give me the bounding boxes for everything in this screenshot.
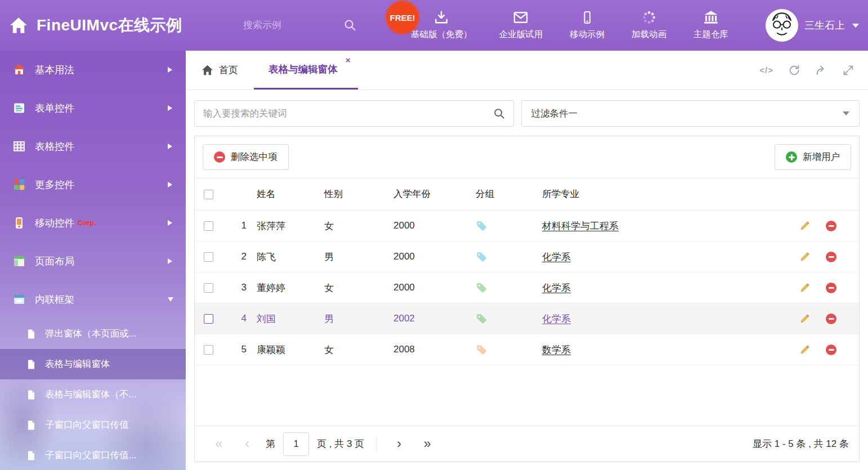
chevron-right-icon [168,258,172,264]
minus-circle-icon [214,151,225,163]
edit-icon[interactable] [799,344,810,355]
filter-dropdown[interactable]: 过滤条件一 [521,100,860,127]
sidebar-item-form-controls[interactable]: 表单控件 [0,89,186,127]
close-icon[interactable]: × [346,56,351,64]
row-checkbox[interactable] [204,221,213,231]
column-year[interactable]: 入学年份 [393,188,476,200]
row-checkbox[interactable] [204,252,213,262]
file-icon [26,359,37,370]
cell-year: 2008 [393,344,476,355]
sidebar-subitem-grid-edit-window[interactable]: 表格与编辑窗体 [0,349,186,379]
row-checkbox[interactable] [204,283,213,293]
keyword-search-box [194,100,514,127]
cell-name: 康颖颖 [257,343,324,356]
row-checkbox[interactable] [204,314,213,324]
chevron-down-icon [843,111,849,115]
edit-icon[interactable] [799,221,810,231]
sidebar-item-label: 更多控件 [35,178,74,191]
cell-year: 2002 [393,313,476,324]
mobile-icon [580,10,594,25]
column-major[interactable]: 所学专业 [542,188,793,200]
search-icon[interactable] [493,108,505,122]
nav-enterprise-trial[interactable]: 企业版试用 [499,10,543,41]
tab-home[interactable]: 首页 [186,51,254,89]
next-page-button[interactable]: › [385,436,413,451]
nav-basic-free[interactable]: 基础版（免费） [411,10,472,41]
keyword-search-input[interactable] [195,101,513,126]
user-menu[interactable]: 三生石上 [766,0,859,51]
add-user-button[interactable]: 新增用户 [775,144,851,170]
tab-grid-edit-window[interactable]: 表格与编辑窗体 × [254,51,358,89]
major-link[interactable]: 数学系 [542,343,571,356]
tag-icon [476,313,487,324]
download-icon [434,10,449,25]
select-all-checkbox[interactable] [204,190,213,199]
view-source-icon[interactable]: </> [759,65,773,75]
header-search-input[interactable] [243,20,328,31]
major-link[interactable]: 化学系 [542,312,571,325]
table-icon [12,140,27,153]
sidebar-item-basic-usage[interactable]: 基本用法 [0,51,186,89]
row-number: 5 [224,344,257,355]
tab-label: 表格与编辑窗体 [269,62,338,76]
page-input[interactable] [283,432,309,456]
nav-loading-animation[interactable]: 加载动画 [632,10,666,41]
nav-mobile-demo[interactable]: 移动示例 [570,10,605,41]
app-logo[interactable]: FineUIMvc在线示例 [9,0,182,51]
column-group[interactable]: 分组 [476,188,542,200]
first-page-button[interactable]: « [205,436,233,451]
username: 三生石上 [804,19,845,32]
search-icon[interactable] [343,19,357,32]
sidebar-subitem-child-to-parent-2[interactable]: 子窗口向父窗口传值... [0,440,186,470]
major-link[interactable]: 化学系 [542,281,571,294]
major-link[interactable]: 化学系 [542,250,571,263]
major-link[interactable]: 材料科学与工程系 [542,220,619,232]
sidebar-item-grid-controls[interactable]: 表格控件 [0,127,186,165]
row-number: 2 [224,251,257,262]
table-row[interactable]: 2 陈飞 男 2000 化学系 [195,241,859,272]
sidebar-subitem-child-to-parent[interactable]: 子窗口向父窗口传值 [0,410,186,440]
delete-icon[interactable] [826,221,836,231]
expand-icon[interactable] [842,64,854,77]
nav-theme-repo[interactable]: 主题仓库 [693,10,728,41]
file-icon [26,450,37,462]
prev-page-button[interactable]: ‹ [233,436,261,451]
edit-icon[interactable] [799,314,810,324]
nav-label: 移动示例 [570,29,605,41]
sidebar-subitem-grid-edit-window-2[interactable]: 表格与编辑窗体（不... [0,379,186,410]
refresh-icon[interactable] [788,64,800,77]
data-grid: 姓名 性别 入学年份 分组 所学专业 1 张萍萍 女 2000 材料科学与工程系 [195,178,859,365]
chevron-right-icon [168,105,172,111]
delete-selected-button[interactable]: 删除选中项 [203,144,289,170]
cell-gender: 男 [324,250,393,263]
button-label: 删除选中项 [231,151,278,163]
sidebar-item-more-controls[interactable]: 更多控件 [0,165,186,204]
table-row[interactable]: 5 康颖颖 女 2008 数学系 [195,334,859,365]
delete-icon[interactable] [826,283,836,293]
sidebar-subitem-label: 表格与编辑窗体（不... [45,388,136,401]
share-icon[interactable] [815,64,827,77]
pagination-bar: « ‹ 第 页 , 共 3 页 › » 显示 1 - 5 条 , 共 12 条 [195,426,859,462]
column-name[interactable]: 姓名 [257,188,324,200]
column-gender[interactable]: 性别 [324,188,393,200]
sidebar-item-mobile-controls[interactable]: 移动控件 Corp. [0,204,186,242]
blocks-icon [12,178,27,191]
sidebar-item-page-layout[interactable]: 页面布局 [0,242,186,280]
edit-icon[interactable] [799,252,810,262]
table-row-selected[interactable]: 4 刘国 男 2002 化学系 [195,303,859,334]
row-checkbox[interactable] [204,345,213,355]
sidebar-subitem-label: 子窗口向父窗口传值... [45,449,136,462]
chevron-right-icon [168,220,172,226]
delete-icon[interactable] [826,252,836,262]
delete-icon[interactable] [826,344,836,355]
sidebar-subitem-popup-window[interactable]: 弹出窗体（本页面或... [0,319,186,349]
table-row[interactable]: 3 董婷婷 女 2000 化学系 [195,272,859,303]
table-header: 姓名 性别 入学年份 分组 所学专业 [195,178,859,211]
delete-icon[interactable] [826,314,836,324]
sidebar-item-iframe[interactable]: 内联框架 [0,280,186,319]
table-row[interactable]: 1 张萍萍 女 2000 材料科学与工程系 [195,211,859,241]
last-page-button[interactable]: » [413,436,441,451]
edit-icon[interactable] [799,283,810,293]
filter-dropdown-value: 过滤条件一 [531,108,578,120]
file-icon [26,328,37,340]
